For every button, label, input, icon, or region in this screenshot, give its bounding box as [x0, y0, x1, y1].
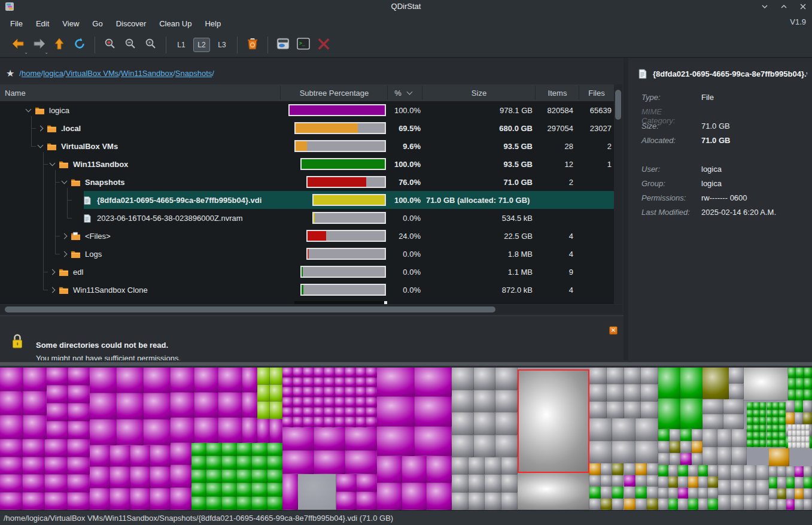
level-button-l2[interactable]: L2 — [193, 38, 210, 52]
table-row[interactable]: <Files>24.0%22.5 GB4 — [0, 227, 614, 245]
menu-edit[interactable]: Edit — [29, 16, 56, 32]
treemap-tile-gray[interactable] — [702, 399, 744, 429]
treemap-tile-mix[interactable] — [769, 466, 812, 510]
file-manager-button[interactable] — [273, 35, 293, 54]
table-row-selected[interactable]: {8dfda021-0695-4665-99ca-8e7ffb995b04}.v… — [0, 191, 614, 209]
treemap-tile-magenta[interactable] — [282, 427, 377, 474]
vertical-splitter[interactable] — [624, 58, 628, 360]
expander-closed-icon[interactable] — [50, 287, 56, 293]
table-row[interactable]: logica100.0%978.1 GB82058465639 — [0, 101, 614, 119]
expander-closed-icon[interactable] — [62, 251, 68, 257]
treemap-tile-magenta[interactable] — [90, 445, 171, 510]
column-header-size[interactable]: Size — [422, 84, 536, 101]
treemap-tile-mix[interactable] — [658, 465, 718, 510]
maximize-icon[interactable] — [778, 1, 789, 12]
treemap-tile-gray[interactable] — [718, 465, 769, 510]
column-header-files[interactable]: Files — [579, 84, 614, 101]
treemap-tile-gray[interactable] — [452, 368, 518, 457]
menu-view[interactable]: View — [56, 16, 86, 32]
breadcrumb-link-snapshots[interactable]: Snapshots — [175, 69, 212, 78]
expander-closed-icon[interactable] — [62, 233, 68, 239]
treemap-tile-chartreuse[interactable] — [257, 368, 282, 419]
table-row[interactable]: 2023-06-16T04-56-38-023896000Z.nvram0.0%… — [0, 209, 614, 227]
expander-closed-icon[interactable] — [38, 125, 44, 131]
expander-closed-icon[interactable] — [50, 269, 56, 275]
treemap-tile-magenta[interactable] — [90, 368, 171, 445]
treemap-tile-orange[interactable] — [769, 448, 789, 466]
treemap-tile-whitegray[interactable] — [788, 424, 810, 448]
treemap-tile-bigGray[interactable] — [518, 473, 589, 510]
treemap-tile-magenta[interactable] — [0, 439, 90, 510]
terminal-button[interactable]: >_ — [293, 35, 314, 54]
level-button-l1[interactable]: L1 — [173, 38, 190, 52]
treemap-tile-magenta[interactable] — [377, 368, 452, 456]
treemap-tile-magenta[interactable] — [282, 474, 298, 510]
treemap-tile-magenta[interactable] — [171, 443, 191, 510]
treemap-tile-mix[interactable] — [589, 463, 658, 510]
horizontal-splitter[interactable] — [0, 360, 812, 368]
vertical-scrollbar-thumb[interactable] — [615, 90, 621, 120]
treemap-tile-magenta[interactable] — [171, 368, 242, 443]
treemap-tile-magenta[interactable] — [242, 368, 257, 443]
expander-open-icon[interactable] — [50, 160, 56, 166]
zoom-reset-button[interactable] — [141, 35, 161, 54]
menu-discover[interactable]: Discover — [110, 16, 153, 32]
treemap[interactable] — [0, 368, 812, 510]
delete-button[interactable] — [314, 35, 334, 54]
table-row[interactable]: Logs0.0%1.8 MB4 — [0, 245, 614, 263]
level-button-l3[interactable]: L3 — [214, 38, 230, 52]
up-button[interactable] — [49, 35, 69, 54]
menu-file[interactable]: File — [4, 16, 29, 32]
treemap-tile-green[interactable] — [658, 368, 702, 429]
treemap-tile-grayflat[interactable] — [298, 474, 336, 510]
treemap-tile-magenta[interactable] — [0, 368, 47, 439]
treemap-tile-olive[interactable] — [702, 368, 729, 399]
horizontal-scrollbar[interactable] — [0, 305, 622, 314]
treemap-tile-green[interactable] — [788, 368, 812, 400]
expander-open-icon[interactable] — [62, 178, 68, 184]
treemap-tile-green[interactable] — [191, 443, 282, 510]
back-button[interactable]: ⌄ — [8, 35, 29, 54]
horizontal-scrollbar-thumb[interactable] — [5, 306, 495, 312]
vertical-scrollbar[interactable] — [614, 84, 622, 304]
zoom-out-button[interactable] — [120, 35, 141, 54]
table-row[interactable]: .local69.5%680.0 GB29705423027 — [0, 119, 614, 137]
treemap-tile-gray[interactable] — [589, 368, 658, 418]
table-row[interactable]: edl0.0%1.1 MB9 — [0, 263, 614, 281]
table-row[interactable]: Win11Sandbox100.0%93.5 GB121 — [0, 155, 614, 173]
breadcrumb-link-win11sandbox[interactable]: Win11Sandbox — [121, 69, 173, 78]
treemap-tile-green[interactable] — [747, 402, 786, 447]
column-header-items[interactable]: Items — [536, 84, 579, 101]
refresh-button[interactable] — [69, 35, 90, 54]
breadcrumb-link-home[interactable]: home — [22, 69, 41, 78]
warning-close-icon[interactable]: ✕ — [609, 326, 618, 335]
table-row[interactable]: Win11Sandbox Clone0.0%872.0 kB4 — [0, 281, 614, 299]
treemap-tile-magenta[interactable] — [47, 368, 90, 439]
expander-open-icon[interactable] — [26, 107, 32, 113]
treemap-tile-mix[interactable] — [658, 429, 702, 465]
treemap-tile-gray[interactable] — [729, 368, 744, 399]
table-row[interactable]: Snapshots76.0%71.0 GB2 — [0, 173, 614, 191]
treemap-tile-magenta[interactable] — [377, 456, 452, 510]
treemap-tile-gray[interactable] — [589, 418, 658, 463]
close-icon[interactable] — [798, 1, 808, 12]
minimize-icon[interactable] — [759, 1, 770, 12]
treemap-tile-magenta[interactable] — [282, 368, 377, 427]
forward-button[interactable]: ⌄ — [29, 35, 49, 54]
menu-help[interactable]: Help — [198, 16, 227, 32]
treemap-tile-magenta[interactable] — [336, 474, 377, 510]
menu-clean-up[interactable]: Clean Up — [153, 16, 198, 32]
column-header-name[interactable]: Name — [5, 84, 274, 101]
breadcrumb-link-logica[interactable]: logica — [43, 69, 63, 78]
breadcrumb-link-virtualbox-vms[interactable]: VirtualBox VMs — [66, 69, 119, 78]
treemap-tile-gray[interactable] — [452, 457, 518, 510]
table-row[interactable]: VirtualBox VMs9.6%93.5 GB282 — [0, 137, 614, 155]
treemap-tile-gray[interactable] — [702, 429, 747, 465]
move-to-trash-button[interactable] — [242, 35, 263, 54]
treemap-tile-brightgray[interactable] — [744, 368, 788, 400]
column-header--[interactable]: % — [388, 84, 422, 101]
column-header-subtree-percentage[interactable]: Subtree Percentage — [281, 84, 388, 101]
expander-open-icon[interactable] — [38, 142, 44, 148]
zoom-in-button[interactable] — [100, 35, 120, 54]
treemap-tile-magenta[interactable] — [257, 419, 282, 443]
